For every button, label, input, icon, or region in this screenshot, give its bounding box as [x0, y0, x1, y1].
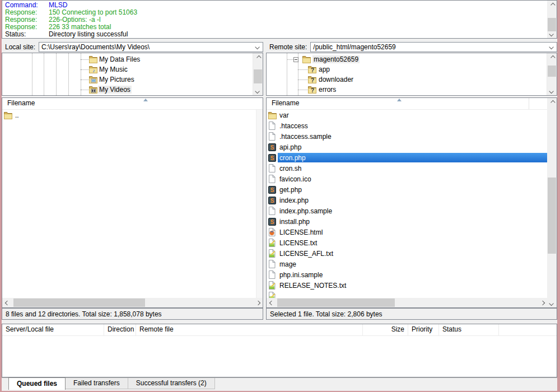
file-row[interactable]: favicon.ico	[267, 174, 547, 184]
filename-column-header[interactable]: Filename	[2, 99, 35, 107]
svg-text:S: S	[270, 155, 274, 161]
local-status-bar: 8 files and 12 directories. Total size: …	[2, 308, 263, 320]
queue-column-header[interactable]: Remote file	[136, 324, 363, 335]
file-name: var	[278, 111, 291, 119]
scroll-down-icon[interactable]	[547, 30, 557, 38]
file-name: LICENSE.html	[278, 228, 324, 236]
file-row[interactable]: index.php.sample	[267, 206, 547, 216]
file-name-cell: var	[278, 110, 547, 120]
remote-path-value: /public_html/magento52659	[313, 43, 395, 51]
sort-ascending-icon	[143, 99, 148, 101]
file-row[interactable]: Sinstall.php	[267, 216, 547, 227]
queue-column-header[interactable]: Size	[363, 324, 408, 335]
scrollbar-thumb[interactable]	[277, 298, 395, 307]
tab-queued-files[interactable]: Queued files	[8, 377, 66, 390]
tree-item-label: My Pictures	[98, 76, 136, 83]
folder-question-icon: ?	[308, 76, 316, 85]
file-row[interactable]: LICENSE_AFL.txt	[267, 248, 547, 259]
scroll-up-icon[interactable]	[253, 53, 263, 62]
scrollbar-thumb[interactable]	[13, 298, 145, 307]
tree-item[interactable]: ?app	[267, 64, 547, 74]
queue-column-header[interactable]: Status	[439, 324, 499, 335]
local-status-text: 8 files and 12 directories. Total size: …	[6, 310, 162, 318]
file-name-cell: LICENSE_AFL.txt	[278, 249, 547, 258]
queue-column-header[interactable]: Priority	[408, 324, 439, 335]
file-row[interactable]: .htaccess	[267, 120, 547, 131]
chevron-down-icon[interactable]	[253, 43, 263, 52]
scroll-down-icon[interactable]	[253, 87, 263, 95]
scroll-right-icon[interactable]	[538, 298, 547, 307]
remote-site-bar: Remote site: /public_html/magento52659	[266, 41, 557, 53]
local-tree-scrollbar[interactable]	[253, 53, 263, 95]
scrollbar-thumb[interactable]	[548, 66, 556, 77]
file-row[interactable]: Scron.php	[267, 152, 547, 163]
queue-body[interactable]	[2, 336, 557, 377]
message-log-entries: Command:MLSDResponse:150 Connecting to p…	[2, 1, 557, 38]
scroll-up-icon[interactable]	[547, 98, 557, 106]
queue-column-header[interactable]: Direction	[104, 324, 136, 335]
file-row[interactable]: php.ini.sample	[267, 269, 547, 280]
tree-item[interactable]: ?errors	[267, 85, 547, 95]
filename-column-header[interactable]: Filename	[267, 99, 299, 107]
scroll-up-icon[interactable]	[547, 53, 557, 62]
scroll-right-icon[interactable]	[253, 298, 263, 307]
file-row[interactable]: RELEASE_NOTES.txt	[267, 280, 547, 291]
remote-list-hscrollbar[interactable]	[267, 298, 547, 307]
scrollbar-thumb[interactable]	[548, 178, 556, 254]
tree-item-label: downloader	[318, 76, 354, 83]
file-row[interactable]: var	[267, 110, 547, 120]
chevron-down-icon[interactable]	[547, 43, 557, 52]
local-list-header[interactable]: Filename	[2, 98, 263, 110]
queue-column-header[interactable]: Server/Local file	[2, 324, 104, 335]
message-log-scrollbar[interactable]	[547, 1, 557, 38]
tree-item[interactable]: ?downloader	[267, 74, 547, 85]
tab-successful-transfers-2[interactable]: Successful transfers (2)	[128, 378, 215, 389]
scroll-down-icon[interactable]	[547, 299, 557, 307]
file-name-cell: index.php.sample	[278, 206, 547, 216]
remote-list-vscrollbar[interactable]	[547, 98, 557, 307]
remote-tree-items: magento52659?app?downloader?errors?	[267, 54, 547, 96]
tree-item-label: My Videos	[98, 86, 132, 94]
svg-text:S: S	[270, 218, 274, 225]
file-name-cell: cron.php	[278, 153, 547, 162]
file-text-icon	[268, 249, 278, 258]
tree-item[interactable]	[2, 95, 253, 96]
file-php-icon: S	[268, 186, 278, 194]
remote-path-combobox[interactable]: /public_html/magento52659	[310, 42, 557, 52]
scroll-left-icon[interactable]	[2, 298, 12, 307]
local-list-hscrollbar[interactable]	[2, 298, 263, 307]
file-name-cell: index.php	[278, 195, 547, 205]
scroll-down-icon[interactable]	[547, 87, 557, 95]
scroll-up-icon[interactable]	[547, 1, 557, 9]
tree-item[interactable]: ♪My Music	[2, 64, 253, 74]
file-row[interactable]: mage	[267, 259, 547, 269]
tree-item-label: errors	[318, 86, 337, 94]
file-name: .htaccess	[278, 122, 310, 130]
column-divider[interactable]	[529, 98, 529, 109]
tree-item[interactable]: My Videos	[2, 85, 253, 95]
file-row[interactable]: .htaccess.sample	[267, 131, 547, 142]
remote-tree-scrollbar[interactable]	[547, 53, 557, 95]
tab-failed-transfers[interactable]: Failed transfers	[66, 378, 128, 389]
file-row[interactable]	[267, 291, 547, 298]
scroll-left-icon[interactable]	[267, 298, 276, 307]
file-row[interactable]: Sindex.php	[267, 195, 547, 206]
splitter-queue[interactable]	[2, 320, 557, 324]
local-site-label: Local site:	[2, 43, 39, 51]
file-row[interactable]: Sapi.php	[267, 142, 547, 152]
remote-list-header[interactable]: Filename	[267, 98, 547, 110]
tree-item[interactable]: My Data Files	[2, 54, 253, 64]
tree-item[interactable]: magento52659	[267, 54, 547, 64]
tree-item[interactable]: My Pictures	[2, 74, 253, 85]
collapse-minus-icon[interactable]	[293, 57, 298, 62]
file-row[interactable]: cron.sh	[267, 163, 547, 174]
local-path-combobox[interactable]: C:\Users\ray\Documents\My Videos\	[39, 42, 263, 52]
file-row[interactable]: Sget.php	[267, 184, 547, 195]
folder-videos-icon	[89, 86, 97, 95]
tree-item[interactable]: ?	[267, 95, 547, 96]
file-row[interactable]: LICENSE.txt	[267, 237, 547, 248]
scrollbar-thumb[interactable]	[254, 69, 262, 83]
file-row[interactable]: ..	[2, 110, 256, 120]
file-row[interactable]: LICENSE.html	[267, 227, 547, 237]
file-blank-icon	[268, 122, 278, 130]
